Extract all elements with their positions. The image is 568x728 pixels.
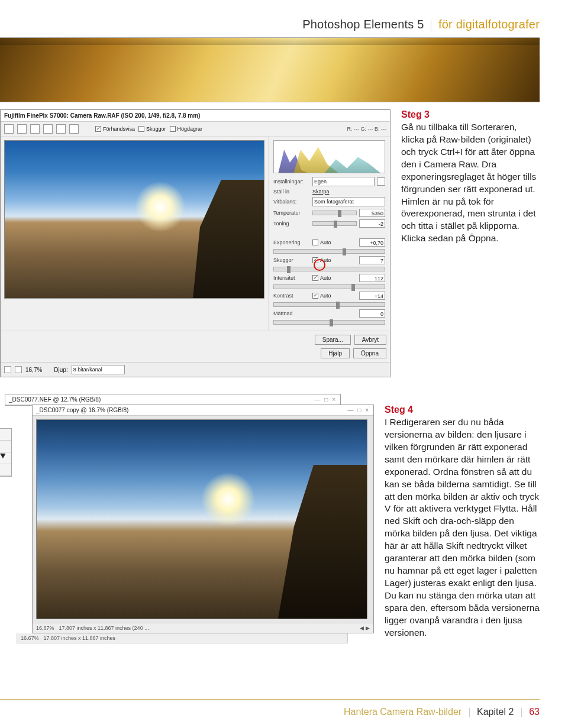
page-footer: Hantera Camera Raw-bilder Kapitel 2 63 bbox=[344, 707, 540, 717]
settings-dropdown[interactable]: Egen bbox=[312, 177, 375, 186]
tint-slider[interactable] bbox=[312, 221, 357, 226]
step4-title: Steg 4 bbox=[385, 405, 540, 415]
cancel-button[interactable]: Avbryt bbox=[354, 335, 386, 345]
editor-status-bar: 16,67% 17.807 inches x 11.867 inches (24… bbox=[33, 623, 373, 633]
brightness-auto[interactable]: Auto bbox=[312, 275, 331, 281]
shadows-slider[interactable] bbox=[273, 267, 385, 271]
tool-icon[interactable] bbox=[0, 464, 11, 476]
camera-raw-window: Fujifilm FinePix S7000: Camera Raw.RAF (… bbox=[0, 109, 390, 377]
row-1: Fujifilm FinePix S7000: Camera Raw.RAF (… bbox=[0, 109, 540, 377]
editor-dims: 17.807 inches x 11.867 inches (240 ... bbox=[59, 625, 149, 631]
exposure-row: Exponering Auto +0,70 bbox=[273, 238, 385, 247]
editor-zoom-back: 16.67% bbox=[21, 635, 39, 641]
saturation-field[interactable]: 0 bbox=[359, 309, 385, 318]
preview-check[interactable]: Förhandsvisa bbox=[95, 126, 135, 132]
temperature-slider[interactable] bbox=[312, 211, 357, 215]
page: Photoshop Elements 5 för digitalfotograf… bbox=[0, 0, 568, 643]
editor-window-front: _DSC0077 copy @ 16.7% (RGB/8) — □ × 16,6… bbox=[32, 405, 374, 633]
settings-menu-icon[interactable] bbox=[377, 177, 385, 186]
camera-raw-preview bbox=[1, 137, 268, 331]
preview-image bbox=[4, 140, 264, 299]
contrast-slider[interactable] bbox=[273, 302, 385, 307]
editor-status-bar-back: 16.67% 17.807 inches x 11.867 inches bbox=[17, 633, 348, 643]
header-divider bbox=[431, 20, 431, 31]
help-button[interactable]: Hjälp bbox=[321, 348, 350, 358]
brightness-label: Intensitet bbox=[273, 275, 310, 281]
temperature-label: Temperatur bbox=[273, 210, 310, 216]
camera-raw-screenshot: Fujifilm FinePix S7000: Camera Raw.RAF (… bbox=[0, 109, 390, 377]
temperature-row: Temperatur 5350 bbox=[273, 209, 385, 217]
rotate-left-icon[interactable] bbox=[56, 124, 66, 134]
crop-tool-icon[interactable] bbox=[43, 124, 53, 134]
window-controls-icon[interactable]: — □ × bbox=[315, 396, 337, 403]
hand-tool-icon[interactable] bbox=[17, 124, 27, 134]
page-header: Photoshop Elements 5 för digitalfotograf… bbox=[0, 18, 540, 31]
temperature-field[interactable]: 5350 bbox=[359, 209, 385, 217]
header-title-left: Photoshop Elements 5 bbox=[302, 18, 424, 31]
editor-window-back: _DSC0077.NEF @ 12.7% (RGB/8) — □ × bbox=[5, 394, 341, 406]
saturation-slider[interactable] bbox=[273, 320, 385, 325]
camera-raw-titlebar: Fujifilm FinePix S7000: Camera Raw.RAF (… bbox=[1, 110, 390, 122]
tint-field[interactable]: -2 bbox=[359, 219, 385, 228]
step3-body: Gå nu tillbaka till Sorteraren, klicka p… bbox=[401, 121, 540, 245]
shadows-field[interactable]: 7 bbox=[359, 256, 385, 264]
camera-raw-toolbar: Förhandsvisa Skuggor Högdagrar R: --- G:… bbox=[1, 122, 390, 137]
exposure-auto[interactable]: Auto bbox=[312, 240, 331, 245]
footer-divider bbox=[469, 708, 470, 717]
saturation-row: Mättnad 0 bbox=[273, 309, 385, 318]
brightness-field[interactable]: 112 bbox=[359, 274, 385, 282]
zoom-tool-icon[interactable] bbox=[4, 124, 14, 134]
contrast-row: Kontrast Auto +14 bbox=[273, 292, 385, 300]
setin-row: Ställ in Skärpa bbox=[273, 189, 385, 195]
save-button[interactable]: Spara... bbox=[315, 335, 351, 345]
exposure-slider[interactable] bbox=[273, 249, 385, 254]
contrast-auto[interactable]: Auto bbox=[312, 293, 331, 299]
open-button[interactable]: Öppna bbox=[353, 348, 386, 358]
hero-image-strip bbox=[0, 37, 540, 102]
settings-row: Inställningar: Egen bbox=[273, 177, 385, 186]
shadows-auto[interactable]: Auto bbox=[312, 257, 331, 263]
setin-link[interactable]: Skärpa bbox=[312, 189, 330, 195]
eyedropper-tool-icon[interactable] bbox=[30, 124, 40, 134]
contrast-field[interactable]: +14 bbox=[359, 292, 385, 300]
camera-raw-button-row2: Hjälp Öppna bbox=[1, 348, 390, 362]
tint-row: Toning -2 bbox=[273, 219, 385, 228]
editor-dims-back: 17.807 inches x 11.867 inches bbox=[44, 635, 116, 641]
editor-titlebar-front: _DSC0077 copy @ 16.7% (RGB/8) — □ × bbox=[33, 405, 373, 416]
histogram bbox=[273, 140, 385, 173]
tint-label: Toning bbox=[273, 221, 310, 227]
whitebalance-dropdown[interactable]: Som fotograferat bbox=[312, 197, 385, 206]
shadows-label: Skuggor bbox=[273, 257, 310, 263]
highlights-check[interactable]: Högdagrar bbox=[170, 126, 203, 132]
setin-label: Ställ in bbox=[273, 189, 310, 195]
tool-icon[interactable] bbox=[0, 441, 11, 452]
step3-title: Steg 3 bbox=[401, 109, 540, 120]
rgb-readout: R: --- G: --- B: --- bbox=[347, 126, 386, 132]
brightness-slider[interactable] bbox=[273, 284, 385, 289]
exposure-field[interactable]: +0,70 bbox=[359, 238, 385, 247]
depth-dropdown[interactable]: 8 bitar/kanal bbox=[72, 365, 125, 374]
footer-rule bbox=[0, 699, 540, 700]
saturation-label: Mättnad bbox=[273, 310, 310, 316]
settings-label: Inställningar: bbox=[273, 179, 310, 185]
zoom-level: 16,7% bbox=[25, 367, 42, 373]
window-controls-icon[interactable]: — □ × bbox=[348, 407, 370, 413]
step4-body: I Redigeraren ser du nu båda versionerna… bbox=[385, 416, 540, 639]
rotate-right-icon[interactable] bbox=[69, 124, 79, 134]
shadows-row: Skuggor Auto 7 bbox=[273, 256, 385, 264]
shadows-check[interactable]: Skuggor bbox=[138, 126, 166, 132]
step4-text-block: Steg 4 I Redigeraren ser du nu båda vers… bbox=[385, 405, 540, 643]
editor-zoom: 16,67% bbox=[36, 625, 54, 631]
exposure-label: Exponering bbox=[273, 240, 310, 245]
zoom-in-icon[interactable] bbox=[15, 366, 22, 373]
footer-divider bbox=[521, 708, 522, 717]
camera-raw-side-panel: Inställningar: Egen Ställ in Skärpa Vitb… bbox=[268, 137, 390, 331]
header-title-right: för digitalfotografer bbox=[438, 18, 540, 31]
zoom-out-icon[interactable] bbox=[4, 366, 11, 373]
tool-icon[interactable] bbox=[0, 429, 11, 441]
editor-screenshot: _DSC0077.NEF @ 12.7% (RGB/8) — □ × _DSC0… bbox=[0, 405, 374, 643]
whitebalance-row: Vitbalans: Som fotograferat bbox=[273, 197, 385, 206]
row-2: _DSC0077.NEF @ 12.7% (RGB/8) — □ × _DSC0… bbox=[0, 405, 540, 643]
camera-raw-button-row: Spara... Avbryt bbox=[1, 331, 390, 348]
footer-page-number: 63 bbox=[529, 707, 540, 717]
